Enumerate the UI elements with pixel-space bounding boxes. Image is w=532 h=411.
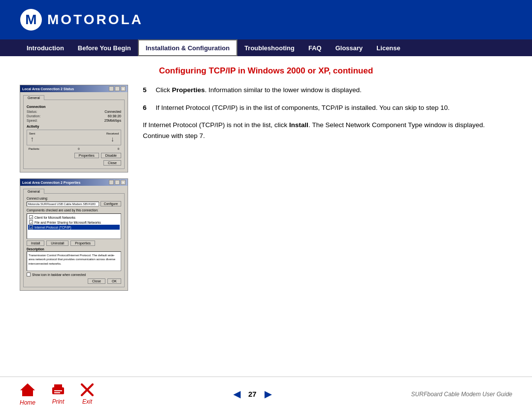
svg-rect-6 [54,392,60,393]
status-row-speed: Speed: 25Mbit/bps [27,118,121,123]
minimize-btn-1[interactable]: _ [109,86,114,91]
step-6: 6 If Internet Protocol (TCP/IP) is in th… [143,103,512,113]
step-5: 5 Click Properties. Information similar … [143,85,512,96]
show-icon-checkbox[interactable] [27,273,31,276]
exit-nav-item[interactable]: Exit [81,383,94,405]
show-icon-row: Show icon in taskbar when connected [27,273,121,276]
page-number: 27 [248,390,257,398]
sent-col: Sent ↑ [29,132,35,143]
print-nav-item[interactable]: Print [50,383,66,405]
main-content: Configuring TCP/IP in Windows 2000 or XP… [0,56,532,377]
nav-item-before-you-begin[interactable]: Before You Begin [71,39,138,56]
nav-item-installation[interactable]: Installation & Configuration [138,39,237,56]
status-window-body: General Connection Status: Connected Dur… [20,92,128,172]
svg-rect-3 [26,392,30,396]
activity-header: Activity [27,125,121,128]
guide-text: SURFboard Cable Modem User Guide [411,391,512,398]
win-controls-2: _ □ × [109,180,126,185]
prop-tab-general[interactable]: General [23,189,44,194]
bottom-center-nav: ◀ 27 ▶ [94,389,411,400]
list-item-client: Client for Microsoft Networks [28,215,120,220]
step-5-text: Click Properties. Information similar to… [156,85,512,96]
connect-using-label: Connect using: [27,197,121,200]
step-6-number: 6 [143,103,151,113]
uninstall-btn[interactable]: Uninstall [46,240,68,246]
nav-bar: Introduction Before You Begin Installati… [0,39,532,56]
step-6-text: If Internet Protocol (TCP/IP) is in the … [156,103,512,113]
svg-text:M: M [25,12,36,27]
prop-tab-content: Connect using: Motorola SURFboard USB Ca… [23,193,125,287]
status-tab-content: Connection Status: Connected Duration: 6… [23,100,125,169]
brand-name: MOTOROLA [47,12,143,28]
close-btn-2[interactable]: × [121,180,126,185]
status-window-titlebar: Local Area Connection 2 Status _ □ × [20,85,128,92]
page-wrapper: M MOTOROLA Introduction Before You Begin… [0,0,532,411]
status-row-duration: Duration: 60:38:20 [27,114,121,118]
configure-button[interactable]: Configure [100,201,121,206]
print-icon [50,383,66,396]
components-label: Components checked are used by this conn… [27,208,121,212]
properties-btn[interactable]: Properties [74,153,99,158]
status-window: Local Area Connection 2 Status _ □ × Gen… [20,85,128,172]
checkbox-file-sharing [29,220,33,224]
svg-rect-8 [54,384,62,387]
header-bar: M MOTOROLA [0,0,532,39]
motorola-logo: M MOTOROLA [20,8,143,31]
nav-item-faq[interactable]: FAQ [301,39,329,56]
properties-window-titlebar: Local Area Connection 2 Properties _ □ × [20,179,128,186]
home-icon [20,382,35,397]
description-box: Transmission Control Protocol/Internet P… [27,251,121,271]
packets-row: Packets: 0 0 [27,147,121,151]
close-btn-1[interactable]: × [121,86,126,91]
install-btn[interactable]: Install [27,240,44,246]
svg-rect-5 [54,390,62,391]
close-btn-status[interactable]: Close [103,160,121,166]
bottom-nav: Home Print Exit [0,377,532,411]
next-page-arrow[interactable]: ▶ [265,389,271,400]
received-col: Received ↓ [106,132,119,143]
screenshots-column: Local Area Connection 2 Status _ □ × Gen… [20,85,128,367]
nav-item-license[interactable]: License [369,39,407,56]
bottom-left-nav: Home Print Exit [20,382,94,406]
description-label: Description [27,247,121,251]
checkbox-client [29,215,33,219]
content-area: Local Area Connection 2 Status _ □ × Gen… [20,85,512,367]
nav-item-troubleshooting[interactable]: Troubleshooting [237,39,301,56]
text-column: 5 Click Properties. Information similar … [143,85,512,367]
step-5-number: 5 [143,85,151,96]
activity-box: Sent ↑ Received ↓ [27,130,121,145]
components-list: Client for Microsoft Networks File and P… [27,213,121,239]
properties-window: Local Area Connection 2 Properties _ □ ×… [20,178,128,291]
motorola-logo-icon: M [20,8,42,31]
nav-item-introduction[interactable]: Introduction [20,39,71,56]
nav-item-glossary[interactable]: Glossary [329,39,370,56]
minimize-btn-2[interactable]: _ [109,180,114,185]
print-label: Print [52,398,65,405]
exit-label: Exit [82,398,92,405]
status-button-row: Properties Disable [27,153,121,158]
properties-btn-2[interactable]: Properties [70,240,95,246]
page-title: Configuring TCP/IP in Windows 2000 or XP… [20,66,512,76]
adapter-row: Motorola SURFboard USB Cable Modem SBV41… [27,201,121,206]
close-btn-prop[interactable]: Close [88,278,105,284]
home-nav-item[interactable]: Home [20,382,35,406]
adapter-input: Motorola SURFboard USB Cable Modem SBV41… [27,202,99,206]
maximize-btn-1[interactable]: □ [115,86,120,91]
ok-btn-prop[interactable]: OK [107,278,121,284]
connection-header: Connection [27,105,121,108]
prev-page-arrow[interactable]: ◀ [233,389,240,400]
win-controls-1: _ □ × [109,86,126,91]
install-row: Install Uninstall Properties [27,240,121,246]
close-button-row-1: Close [27,160,121,166]
configure-section: Connect using: Motorola SURFboard USB Ca… [27,197,121,206]
status-tab-general[interactable]: General [23,95,44,100]
properties-window-body: General Connect using: Motorola SURFboar… [20,186,128,290]
home-label: Home [20,399,35,406]
checkbox-tcp-ip [29,225,33,229]
disable-btn[interactable]: Disable [101,153,121,158]
maximize-btn-2[interactable]: □ [115,180,120,185]
close-row-2: Close OK [27,278,121,284]
exit-icon [81,383,94,396]
status-row-status: Status: Connected [27,109,121,114]
list-item-tcp-ip[interactable]: Internet Protocol (TCP/IP) [28,225,120,230]
